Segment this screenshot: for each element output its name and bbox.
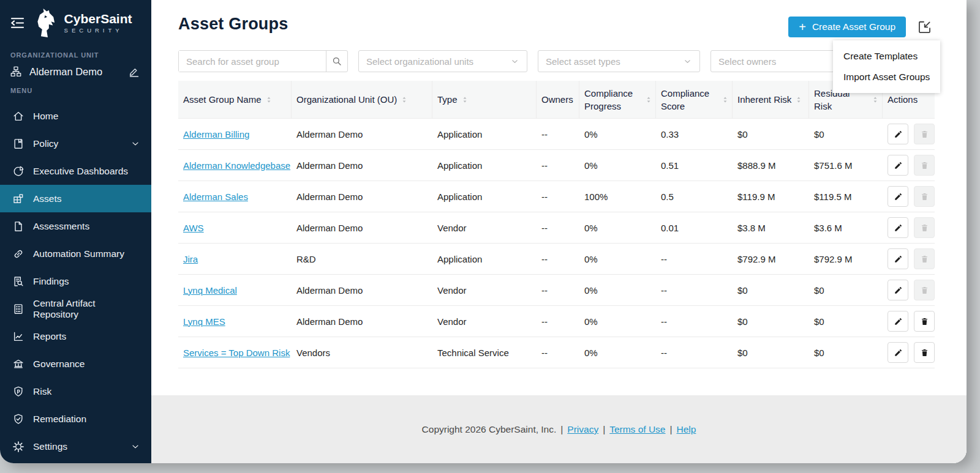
line-chart-icon — [12, 330, 24, 343]
footer-link-help[interactable]: Help — [677, 424, 696, 435]
owners-cell: -- — [537, 223, 579, 233]
asset-group-link[interactable]: Alderman Knowledgebase — [183, 160, 290, 171]
delete-row-button — [914, 248, 935, 269]
score-cell: 0.01 — [656, 223, 733, 233]
sidebar-item-assessments[interactable]: Assessments — [0, 212, 151, 240]
asset-group-name-cell: Lynq MES — [178, 316, 292, 327]
menu-item-import-asset-groups[interactable]: Import Asset Groups — [833, 67, 940, 88]
asset-group-name-cell: Jira — [178, 254, 292, 264]
sidebar-item-settings[interactable]: Settings — [0, 433, 151, 460]
sidebar-item-label: Executive Dashboards — [33, 166, 140, 177]
delete-row-button[interactable] — [914, 342, 935, 363]
table-row: Lynq MESAlderman DemoVendor--0%--$0$0 — [178, 306, 935, 337]
asset-group-link[interactable]: Lynq Medical — [183, 285, 237, 296]
footer-link-privacy[interactable]: Privacy — [567, 424, 598, 435]
score-cell: -- — [656, 348, 733, 358]
asset-group-link[interactable]: Jira — [183, 254, 198, 264]
sidebar: CyberSaint SECURITY ORGANIZATIONAL UNIT … — [0, 0, 151, 463]
progress-cell: 0% — [579, 223, 656, 233]
asset-group-link[interactable]: Services = Top Down Risk — [183, 348, 290, 358]
edit-row-button[interactable] — [888, 311, 908, 332]
edit-row-button[interactable] — [888, 342, 908, 363]
column-header-compliance-progress[interactable]: Compliance Progress — [579, 81, 656, 118]
select-asset-types[interactable]: Select asset types — [538, 50, 700, 72]
progress-cell: 0% — [579, 285, 656, 296]
page-title: Asset Groups — [178, 15, 288, 34]
sort-icon[interactable] — [871, 95, 880, 104]
sort-icon[interactable] — [265, 95, 273, 104]
sidebar-collapse-icon[interactable] — [8, 13, 27, 32]
footer-separator: | — [560, 424, 563, 435]
type-cell: Application — [432, 192, 537, 202]
sidebar-item-central-artifact-repository[interactable]: Central Artifact Repository — [0, 295, 151, 322]
search-icon[interactable] — [326, 51, 347, 72]
edit-row-button[interactable] — [888, 248, 908, 269]
residual-cell: $3.6 M — [809, 223, 883, 233]
edit-row-button[interactable] — [888, 124, 908, 144]
asset-group-link[interactable]: Alderman Billing — [183, 129, 249, 140]
menu-section-label: MENU — [10, 87, 151, 94]
type-cell: Vendor — [432, 223, 537, 233]
sort-icon[interactable] — [721, 95, 729, 104]
progress-cell: 0% — [579, 160, 656, 171]
import-export-icon[interactable] — [917, 20, 932, 35]
sort-icon[interactable] — [794, 95, 803, 104]
asset-group-link[interactable]: Alderman Sales — [183, 192, 248, 202]
sort-icon[interactable] — [644, 95, 653, 104]
sidebar-item-automation-summary[interactable]: Automation Summary — [0, 240, 151, 267]
asset-group-name-cell: Services = Top Down Risk — [178, 348, 292, 358]
search-input[interactable] — [179, 51, 326, 72]
sort-icon[interactable] — [461, 95, 469, 104]
sidebar-item-remediation[interactable]: Remediation — [0, 405, 151, 433]
create-asset-group-label: Create Asset Group — [812, 21, 895, 32]
owners-cell: -- — [537, 192, 579, 202]
document-search-icon — [12, 275, 24, 288]
type-cell: Application — [432, 254, 537, 264]
sort-icon[interactable] — [400, 95, 409, 104]
column-header-asset-group-name[interactable]: Asset Group Name — [178, 81, 292, 118]
type-cell: Vendor — [432, 285, 537, 296]
sidebar-item-policy[interactable]: Policy — [0, 130, 151, 157]
create-asset-group-button[interactable]: + Create Asset Group — [788, 17, 906, 37]
column-header-inherent-risk[interactable]: Inherent Risk — [733, 81, 809, 118]
sidebar-item-executive-dashboards[interactable]: Executive Dashboards — [0, 157, 151, 185]
actions-cell — [883, 155, 935, 176]
sidebar-item-risk[interactable]: Risk — [0, 378, 151, 405]
table-body: Alderman BillingAlderman DemoApplication… — [178, 119, 935, 368]
sidebar-item-label: Governance — [33, 359, 140, 370]
table-row: Alderman SalesAlderman DemoApplication--… — [178, 181, 935, 212]
column-header-organizational-unit-ou[interactable]: Organizational Unit (OU) — [292, 81, 432, 118]
column-header-type[interactable]: Type — [432, 81, 537, 118]
filter-bar: Select organizational unitsSelect asset … — [178, 50, 940, 72]
asset-group-link[interactable]: Lynq MES — [183, 316, 225, 327]
edit-row-button[interactable] — [888, 280, 908, 300]
edit-row-button[interactable] — [888, 217, 908, 238]
footer-link-terms-of-use[interactable]: Terms of Use — [609, 424, 665, 435]
sidebar-item-assets[interactable]: Assets — [0, 185, 151, 212]
owners-cell: -- — [537, 254, 579, 264]
select-organizational-units[interactable]: Select organizational units — [358, 50, 527, 72]
menu-item-create-templates[interactable]: Create Templates — [833, 46, 940, 67]
sidebar-item-label: Settings — [33, 441, 122, 452]
sidebar-item-home[interactable]: Home — [0, 102, 151, 130]
home-icon — [12, 110, 24, 122]
edit-row-button[interactable] — [888, 186, 908, 207]
ou-cell: Vendors — [292, 348, 432, 358]
edit-org-unit-icon[interactable] — [128, 65, 140, 78]
delete-row-button — [914, 155, 935, 176]
asset-group-link[interactable]: AWS — [183, 223, 204, 233]
pie-chart-icon — [12, 165, 24, 177]
actions-cell — [883, 217, 935, 238]
column-header-compliance-score[interactable]: Compliance Score — [656, 81, 733, 118]
brand-subtitle: SECURITY — [64, 27, 132, 34]
asset-group-name-cell: Alderman Knowledgebase — [178, 160, 292, 171]
delete-row-button[interactable] — [914, 311, 935, 332]
residual-cell: $0 — [809, 129, 883, 140]
sidebar-item-governance[interactable]: Governance — [0, 350, 151, 378]
inherent-cell: $3.8 M — [733, 223, 809, 233]
sidebar-item-reports[interactable]: Reports — [0, 322, 151, 350]
asset-groups-table: Asset Group NameOrganizational Unit (OU)… — [178, 81, 935, 368]
sidebar-item-findings[interactable]: Findings — [0, 267, 151, 295]
edit-row-button[interactable] — [888, 155, 908, 176]
footer-separator: | — [603, 424, 605, 435]
